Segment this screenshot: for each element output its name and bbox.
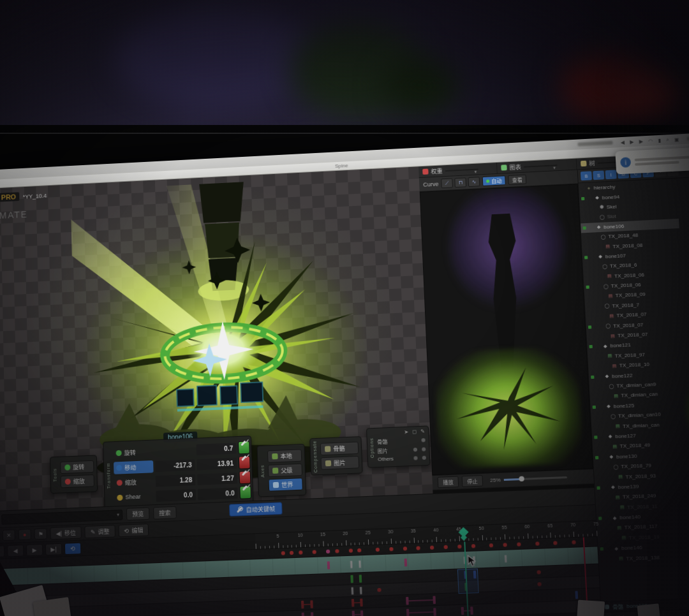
first-frame-icon[interactable]: |◀ bbox=[0, 545, 4, 557]
keyframe[interactable] bbox=[470, 606, 473, 615]
keyframe-button[interactable] bbox=[239, 486, 251, 499]
preview-zoom-slider[interactable] bbox=[504, 476, 567, 481]
options-header-icon[interactable]: ✎ bbox=[420, 429, 425, 434]
keyframe[interactable] bbox=[359, 575, 362, 583]
tool-button-缩放[interactable]: 缩放 bbox=[61, 474, 94, 488]
keyframe[interactable] bbox=[359, 560, 362, 567]
curve-auto-button[interactable]: 自动 bbox=[482, 175, 506, 186]
keyframe[interactable] bbox=[313, 550, 316, 554]
toggle-dot[interactable] bbox=[422, 455, 426, 459]
dock-tab-dropdown[interactable] bbox=[524, 165, 558, 168]
keyframe[interactable] bbox=[377, 587, 381, 591]
keyframe[interactable] bbox=[301, 600, 304, 608]
keyframe[interactable] bbox=[350, 561, 352, 568]
keyframe[interactable] bbox=[535, 541, 540, 545]
keyframe[interactable] bbox=[348, 548, 352, 552]
keyframe[interactable] bbox=[575, 590, 578, 599]
keyframe-button[interactable] bbox=[239, 471, 251, 484]
curve-preset-button[interactable]: ∿ bbox=[468, 177, 480, 187]
keyframe[interactable] bbox=[299, 550, 302, 554]
wifi-icon[interactable]: ◠ bbox=[648, 138, 653, 143]
record-icon[interactable]: ● bbox=[19, 529, 31, 540]
axes-option-世界[interactable]: 世界 bbox=[268, 478, 302, 492]
keyframe[interactable] bbox=[376, 548, 380, 552]
notification-toast[interactable]: i bbox=[615, 147, 689, 175]
keyframe[interactable] bbox=[326, 550, 330, 554]
options-header-icon[interactable]: ➤ bbox=[404, 429, 408, 435]
keyframe-button[interactable] bbox=[239, 456, 251, 469]
keyframe[interactable] bbox=[517, 542, 521, 546]
toggle-dot[interactable] bbox=[422, 447, 426, 451]
keyframe[interactable] bbox=[461, 606, 464, 615]
keyframe[interactable] bbox=[351, 599, 354, 607]
keyframe[interactable] bbox=[406, 608, 410, 616]
keyframe[interactable] bbox=[444, 545, 448, 549]
keyframe[interactable] bbox=[302, 612, 305, 616]
transform-value-field[interactable]: 13.91 bbox=[196, 457, 237, 470]
control-center-icon[interactable]: ▣ bbox=[674, 136, 679, 142]
keyframe[interactable] bbox=[310, 600, 313, 608]
keyframe[interactable] bbox=[403, 546, 406, 550]
prev-frame-icon[interactable]: ◀ bbox=[7, 545, 24, 557]
keyframe[interactable] bbox=[417, 546, 420, 550]
transform-value-field[interactable]: 0.7 bbox=[196, 443, 237, 455]
keyframe[interactable] bbox=[572, 540, 576, 544]
timeline-tool-调整[interactable]: ✎调整 bbox=[85, 525, 115, 538]
keyframe[interactable] bbox=[327, 561, 330, 569]
tree-filter-button[interactable]: I bbox=[605, 170, 617, 179]
compensate-option-图片[interactable]: 图片 bbox=[321, 456, 360, 470]
dock-tab-dropdown[interactable] bbox=[445, 168, 479, 172]
media-prev-icon[interactable]: ◀ bbox=[621, 139, 625, 145]
transform-label[interactable]: 旋转 bbox=[113, 445, 153, 459]
autokey-button[interactable]: 自动关键帧 bbox=[229, 502, 283, 517]
flag-icon[interactable]: ⚑ bbox=[34, 528, 47, 539]
search-button[interactable]: 搜索 bbox=[153, 506, 177, 520]
keyframe[interactable] bbox=[430, 546, 434, 550]
axes-option-父级[interactable]: 父级 bbox=[268, 464, 302, 478]
tool-button-旋转[interactable]: 旋转 bbox=[60, 460, 94, 474]
keyframe[interactable] bbox=[351, 587, 353, 594]
transform-label[interactable]: 移动 bbox=[114, 460, 154, 474]
keyframe[interactable] bbox=[537, 570, 541, 574]
keyframe[interactable] bbox=[290, 551, 293, 555]
animation-dropdown[interactable] bbox=[1, 510, 122, 525]
timeline-tool-编辑[interactable]: ⟲编辑 bbox=[118, 524, 149, 537]
transform-value-field[interactable]: 0.0 bbox=[198, 487, 238, 500]
keyframe[interactable] bbox=[554, 541, 558, 545]
keyframe[interactable] bbox=[352, 610, 355, 616]
loop-icon[interactable]: ⟲ bbox=[64, 542, 81, 554]
keyframe[interactable] bbox=[350, 575, 353, 583]
preview-button[interactable]: 预览 bbox=[126, 508, 150, 521]
curve-preset-button[interactable]: ⟋ bbox=[441, 178, 453, 188]
toggle-dot[interactable] bbox=[421, 438, 425, 442]
keyframe[interactable] bbox=[404, 558, 407, 566]
keyframe-button[interactable] bbox=[238, 441, 250, 454]
transform-value-field[interactable]: -217.3 bbox=[155, 459, 195, 472]
keyframe[interactable] bbox=[505, 555, 507, 562]
keyframe[interactable] bbox=[433, 608, 436, 616]
transform-value-field[interactable]: 0.0 bbox=[156, 489, 196, 502]
toggle-dot[interactable] bbox=[413, 456, 417, 460]
keyframe[interactable] bbox=[457, 545, 461, 548]
curve-preset-button[interactable]: ⊓ bbox=[454, 177, 466, 187]
preview-viewport[interactable] bbox=[420, 184, 593, 475]
keyframe[interactable] bbox=[360, 610, 364, 616]
keyframe[interactable] bbox=[406, 597, 409, 605]
keyframe[interactable] bbox=[311, 612, 314, 616]
keyframe[interactable] bbox=[537, 582, 542, 585]
selection-box[interactable] bbox=[457, 568, 479, 594]
delete-key-icon[interactable]: ✕ bbox=[3, 529, 15, 541]
options-header-icon[interactable]: ◻ bbox=[412, 429, 417, 434]
keyframe[interactable] bbox=[281, 551, 285, 555]
search-icon[interactable]: ⌕ bbox=[666, 136, 669, 143]
last-frame-icon[interactable]: ▶| bbox=[45, 543, 62, 555]
toggle-dot[interactable] bbox=[413, 447, 417, 451]
media-next-icon[interactable]: ▶ bbox=[639, 138, 643, 144]
transform-value-field[interactable]: 1.28 bbox=[156, 474, 196, 487]
keyframe[interactable] bbox=[503, 543, 508, 546]
keyframe[interactable] bbox=[489, 543, 493, 547]
timeline-tool-移位[interactable]: ◀|移位 bbox=[50, 526, 82, 539]
transform-label[interactable]: Shear bbox=[114, 491, 154, 503]
battery-icon[interactable]: ▮ bbox=[658, 137, 661, 143]
curve-view-button[interactable]: 查看 bbox=[508, 175, 526, 185]
